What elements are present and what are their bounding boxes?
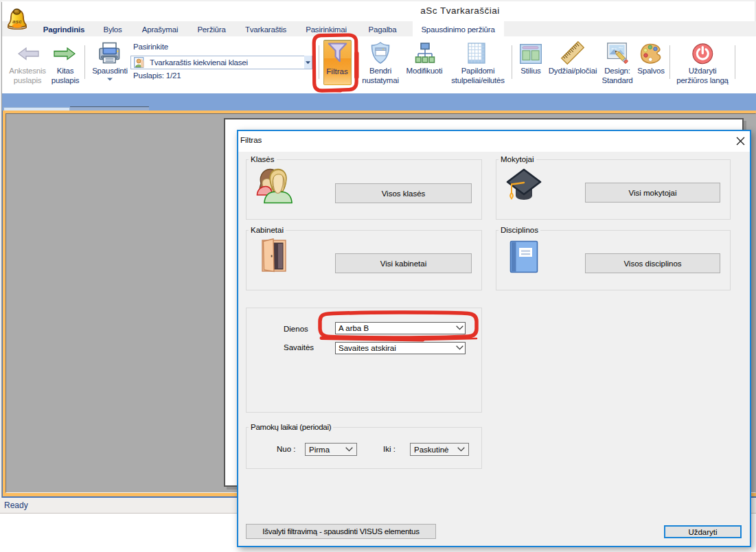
svg-text:asc: asc (12, 19, 22, 25)
